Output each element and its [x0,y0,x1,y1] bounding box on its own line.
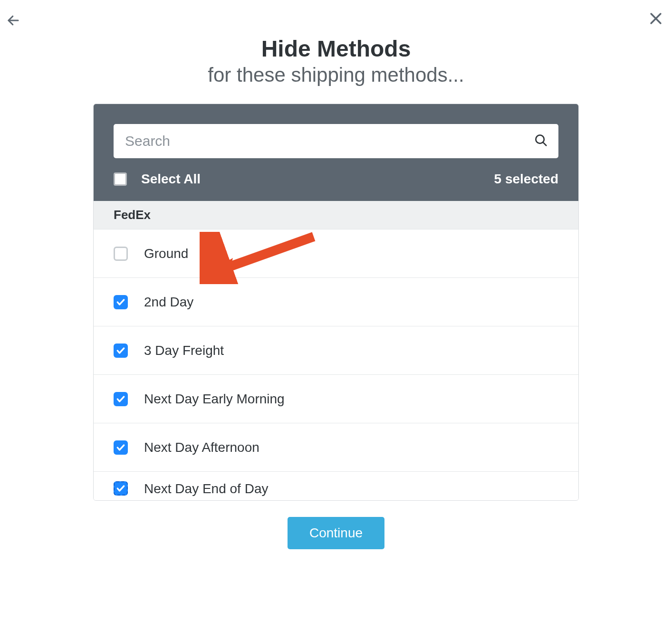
arrow-left-icon [6,13,20,28]
method-label: 2nd Day [144,295,193,310]
method-row[interactable]: Next Day End of Day [94,472,578,500]
method-label: Next Day End of Day [144,481,268,496]
select-all-label: Select All [141,172,201,187]
close-icon [648,10,664,27]
method-row[interactable]: Next Day Afternoon [94,423,578,472]
panel-header: Select All 5 selected [94,104,578,201]
method-checkbox[interactable] [114,344,128,358]
method-row[interactable]: 3 Day Freight [94,326,578,375]
group-header-fedex: FedEx [94,201,578,229]
dialog-subtitle: for these shipping methods... [0,64,672,86]
method-label: Ground [144,246,188,261]
shipping-methods-panel: Select All 5 selected FedEx Ground 2nd D… [93,104,579,501]
dialog-footer: Continue [0,517,672,549]
method-checkbox[interactable] [114,440,128,455]
method-row[interactable]: 2nd Day [94,278,578,326]
method-checkbox[interactable] [114,247,128,261]
method-checkbox[interactable] [114,481,128,496]
method-checkbox[interactable] [114,392,128,406]
search-input[interactable] [114,124,558,158]
method-row[interactable]: Next Day Early Morning [94,375,578,423]
close-button[interactable] [645,8,666,29]
continue-button[interactable]: Continue [288,517,384,549]
method-row[interactable]: Ground [94,229,578,278]
method-label: Next Day Afternoon [144,440,259,455]
back-button[interactable] [4,11,23,30]
dialog-title: Hide Methods [0,36,672,62]
select-all-row: Select All 5 selected [114,158,558,201]
selected-count: 5 selected [494,172,558,187]
select-all-checkbox[interactable] [114,172,127,186]
method-label: 3 Day Freight [144,343,224,358]
method-label: Next Day Early Morning [144,391,285,407]
search-wrap [114,124,558,158]
method-checkbox[interactable] [114,295,128,309]
